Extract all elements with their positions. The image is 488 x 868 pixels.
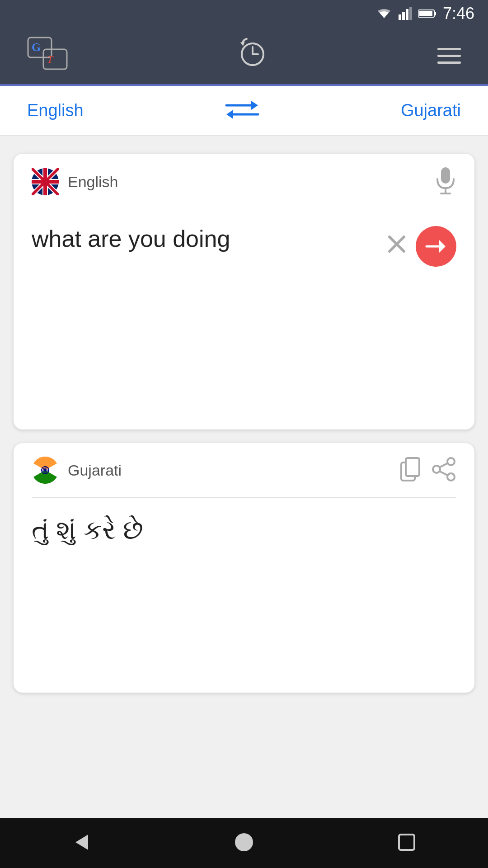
svg-rect-57 (399, 835, 414, 850)
app-logo[interactable]: G T (27, 37, 68, 75)
svg-line-53 (440, 463, 447, 467)
uk-flag-icon (32, 168, 59, 195)
swap-languages-button[interactable] (224, 99, 260, 123)
svg-point-51 (433, 466, 440, 473)
battery-icon (418, 9, 436, 19)
svg-text:T: T (47, 53, 54, 65)
source-text-area: what are you doing (14, 210, 474, 271)
result-card: Gujarati (14, 443, 474, 693)
svg-point-52 (447, 473, 455, 481)
svg-rect-30 (441, 167, 450, 184)
result-card-header: Gujarati (14, 443, 474, 497)
svg-rect-1 (399, 14, 401, 20)
svg-rect-2 (402, 12, 405, 20)
microphone-button[interactable] (435, 167, 456, 196)
main-content: English what are you doing (0, 136, 488, 711)
nav-back-button[interactable] (70, 831, 93, 855)
bottom-nav (0, 818, 488, 868)
result-card-lang-name: Gujarati (68, 462, 122, 479)
result-card-spacer (14, 552, 474, 679)
svg-text:G: G (32, 41, 41, 54)
source-card-spacer (14, 271, 474, 416)
source-card: English what are you doing (14, 154, 474, 429)
svg-point-56 (235, 833, 253, 851)
menu-line-2 (437, 55, 461, 57)
svg-rect-28 (32, 180, 59, 184)
svg-marker-15 (240, 42, 245, 46)
svg-rect-4 (409, 7, 412, 20)
copy-button[interactable] (400, 457, 423, 483)
status-icons: 7:46 (376, 4, 474, 23)
result-actions (400, 457, 456, 483)
target-language-label[interactable]: Gujarati (401, 101, 461, 120)
result-lang-info: Gujarati (32, 457, 122, 484)
source-text[interactable]: what are you doing (32, 224, 387, 255)
app-bar: G T (0, 27, 488, 86)
svg-rect-3 (406, 9, 408, 20)
language-selector-bar: English Gujarati (0, 86, 488, 136)
svg-marker-55 (75, 835, 88, 850)
menu-line-1 (437, 48, 461, 50)
nav-home-button[interactable] (233, 831, 255, 855)
source-card-lang-name: English (68, 173, 118, 191)
svg-point-50 (447, 458, 455, 465)
svg-marker-17 (251, 101, 258, 110)
share-button[interactable] (432, 457, 456, 483)
menu-line-3 (437, 61, 461, 64)
svg-rect-49 (406, 458, 419, 476)
source-lang-info: English (32, 168, 118, 195)
svg-marker-19 (226, 110, 233, 119)
history-button[interactable] (237, 37, 268, 75)
source-language-label[interactable]: English (27, 101, 84, 120)
status-time: 7:46 (443, 4, 474, 23)
status-bar: 7:46 (0, 0, 488, 27)
svg-marker-36 (439, 240, 446, 253)
clear-button[interactable] (387, 234, 407, 259)
source-card-header: English (14, 154, 474, 210)
svg-rect-7 (419, 11, 432, 16)
result-text-area: તું શું કરે છે (14, 498, 474, 552)
nav-recent-button[interactable] (395, 831, 418, 855)
translate-button[interactable] (416, 226, 456, 267)
svg-rect-6 (434, 12, 436, 15)
wifi-icon (376, 7, 392, 20)
menu-button[interactable] (437, 48, 461, 64)
text-actions (387, 224, 456, 267)
signal-icon (399, 7, 412, 20)
svg-line-54 (440, 472, 447, 475)
result-text: તું શું કરે છે (32, 515, 143, 544)
india-flag-icon (32, 457, 59, 484)
